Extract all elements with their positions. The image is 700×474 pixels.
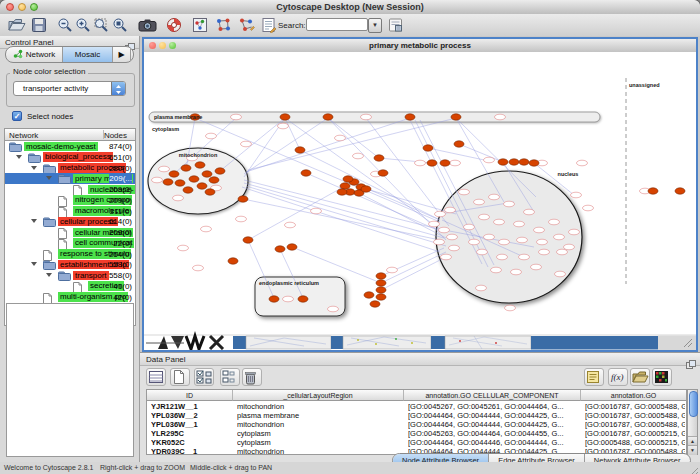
tab-overflow-arrow[interactable]: ▶ — [113, 47, 131, 62]
network-node[interactable] — [435, 211, 446, 217]
column-header-region[interactable]: _cellularLayoutRegion — [233, 390, 404, 401]
select-attributes-icon[interactable] — [194, 368, 214, 386]
network-node[interactable] — [201, 226, 212, 232]
scrollbar-thumb[interactable] — [689, 391, 698, 417]
select-nodes-checkbox[interactable]: ✓ — [12, 111, 22, 121]
network-node-selected[interactable] — [202, 171, 212, 177]
zoom-fit-icon[interactable] — [93, 17, 111, 33]
network-node[interactable] — [489, 194, 500, 200]
network-node[interactable] — [353, 153, 364, 159]
network-node-selected[interactable] — [374, 155, 384, 161]
network-node-selected[interactable] — [269, 296, 279, 302]
network-node-selected[interactable] — [280, 114, 290, 120]
network-node[interactable] — [459, 189, 470, 195]
column-header-cellular-component[interactable]: annotation.GO CELLULAR_COMPONENT — [404, 390, 581, 401]
network-tree-header[interactable]: Network Nodes — [4, 128, 136, 141]
annotation-network-icon[interactable] — [238, 17, 256, 33]
network-node-selected[interactable] — [275, 246, 285, 252]
network-node[interactable] — [504, 201, 515, 207]
network-node-selected[interactable] — [169, 171, 179, 177]
network-node[interactable] — [278, 123, 289, 129]
expander-icon[interactable] — [46, 176, 52, 180]
network-node[interactable] — [484, 234, 495, 240]
network-node-selected[interactable] — [215, 168, 225, 174]
network-node[interactable] — [152, 177, 163, 183]
network-node-selected[interactable] — [519, 159, 529, 165]
expander-icon[interactable] — [31, 219, 37, 223]
network-window-titlebar[interactable]: primary metabolic process — [144, 39, 696, 53]
tree-row-nucleobase-[interactable]: nucleobase-209(0) — [5, 184, 135, 195]
table-scrollbar[interactable]: ▲ ▼ — [687, 389, 698, 455]
network-node-selected[interactable] — [675, 188, 685, 194]
network-node[interactable] — [514, 221, 525, 227]
network-node[interactable] — [439, 227, 450, 233]
zoom-selected-icon[interactable] — [112, 17, 130, 33]
network-node[interactable] — [495, 114, 506, 120]
new-attribute-icon[interactable] — [170, 368, 190, 386]
network-node[interactable] — [511, 269, 522, 275]
network-node[interactable] — [415, 160, 426, 166]
delete-attribute-icon[interactable] — [242, 368, 262, 386]
heatmap-icon[interactable] — [652, 368, 672, 386]
tree-row-transport[interactable]: transport558(0) — [5, 270, 135, 281]
network-node-selected[interactable] — [361, 186, 371, 192]
network-node-selected[interactable] — [323, 114, 333, 120]
network-node-selected[interactable] — [195, 162, 205, 168]
network-node-selected[interactable] — [423, 145, 433, 151]
network-node[interactable] — [497, 254, 508, 260]
birds-eye-view[interactable] — [6, 303, 134, 457]
zoom-in-icon[interactable] — [75, 17, 93, 33]
network-node-selected[interactable] — [378, 170, 388, 176]
network-node[interactable] — [517, 237, 528, 243]
network-node[interactable] — [499, 239, 510, 245]
tree-row-response-to-stimulu[interactable]: response to stimulu264(0) — [5, 249, 135, 260]
vizmapper-icon[interactable] — [192, 17, 210, 33]
network-node[interactable] — [564, 244, 575, 250]
network-node[interactable] — [449, 245, 460, 251]
network-node[interactable] — [445, 207, 456, 213]
network-node[interactable] — [241, 141, 252, 147]
network-node[interactable] — [285, 222, 296, 228]
network-node-selected[interactable] — [427, 160, 437, 166]
tree-row-multi-organism-pro[interactable]: multi-organism pro42(0) — [5, 292, 135, 303]
float-data-panel-icon[interactable] — [686, 355, 696, 364]
network-node[interactable] — [429, 221, 440, 227]
expander-icon[interactable] — [16, 155, 22, 159]
save-icon[interactable] — [31, 17, 49, 33]
network-node[interactable] — [494, 219, 505, 225]
column-header-molecular-function[interactable]: annotation.GO MOLECULAR_FUNCTION — [581, 390, 687, 401]
network-node[interactable] — [311, 208, 322, 214]
unselect-attributes-icon[interactable] — [220, 368, 240, 386]
network-node-selected[interactable] — [301, 170, 311, 176]
network-node-selected[interactable] — [181, 165, 191, 171]
network-node[interactable] — [571, 192, 582, 198]
import-table-icon[interactable] — [630, 368, 650, 386]
network-node-selected[interactable] — [183, 187, 193, 193]
network-node-selected[interactable] — [287, 244, 297, 250]
network-node[interactable] — [577, 160, 588, 166]
network-node[interactable] — [479, 214, 490, 220]
layout-icon[interactable] — [215, 17, 233, 33]
tree-row-mosaic-demo-yeast[interactable]: mosaic-demo-yeast874(0) — [5, 141, 135, 152]
network-node-selected[interactable] — [529, 160, 539, 166]
network-node[interactable] — [557, 249, 568, 255]
network-node-selected[interactable] — [376, 287, 386, 293]
network-node-selected[interactable] — [454, 141, 464, 147]
search-input[interactable] — [306, 18, 368, 31]
nodes-column-header[interactable]: Nodes — [104, 131, 127, 140]
network-node[interactable] — [434, 239, 445, 245]
network-node[interactable] — [387, 267, 398, 273]
tree-row-biological-process[interactable]: biological_process651(0) — [5, 152, 135, 163]
tree-row-primary-metabo[interactable]: primary metabo209(... — [5, 173, 135, 184]
network-node-selected[interactable] — [364, 292, 374, 298]
tree-row-cell-communicat[interactable]: cell communicat22(0) — [5, 238, 135, 249]
network-node-selected[interactable] — [189, 176, 199, 182]
network-node[interactable] — [173, 195, 184, 201]
network-node[interactable] — [484, 157, 495, 163]
open-icon[interactable] — [8, 17, 26, 33]
network-node[interactable] — [477, 249, 488, 255]
tree-row-cellular-metabol[interactable]: cellular metabol209(0) — [5, 227, 135, 238]
network-node[interactable] — [505, 305, 516, 311]
resize-grip-icon[interactable] — [688, 463, 699, 474]
network-node-selected[interactable] — [163, 179, 173, 185]
